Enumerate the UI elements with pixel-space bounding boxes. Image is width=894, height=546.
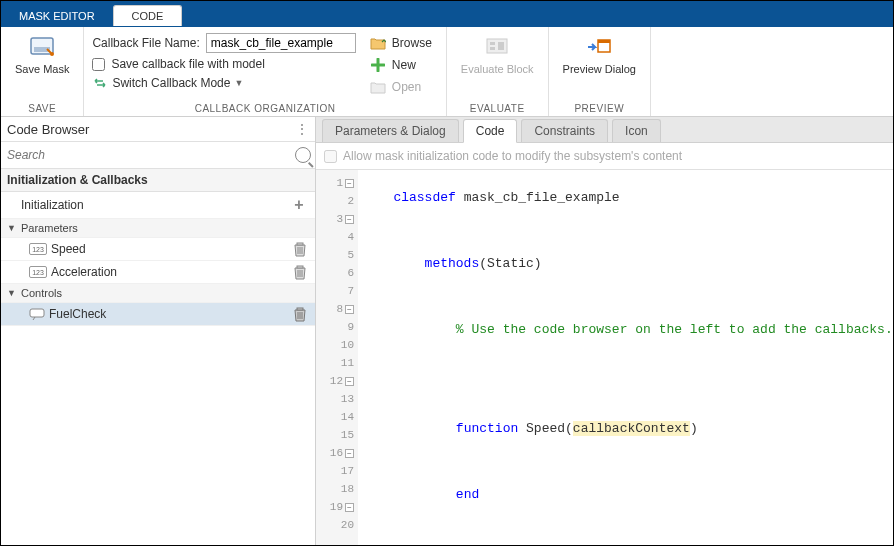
save-mask-button[interactable]: Save Mask	[9, 31, 75, 78]
main-area: Code Browser ⋮ Initialization & Callback…	[1, 117, 893, 546]
ribbon-group-callback: Callback File Name: Save callback file w…	[84, 27, 446, 116]
search-row	[1, 142, 315, 169]
open-label: Open	[392, 80, 421, 94]
save-group-label: SAVE	[9, 103, 75, 114]
speed-row[interactable]: 123Speed	[1, 238, 315, 261]
evaluate-block-button: Evaluate Block	[455, 31, 540, 78]
code-browser-panel: Code Browser ⋮ Initialization & Callback…	[1, 117, 316, 546]
variable-icon: 123	[29, 243, 47, 255]
ribbon-group-preview: Preview Dialog PREVIEW	[549, 27, 651, 116]
code-browser-title-row: Code Browser ⋮	[1, 117, 315, 142]
svg-rect-11	[30, 309, 44, 317]
init-callbacks-header: Initialization & Callbacks	[1, 169, 315, 192]
tab-code-editor[interactable]: Code	[463, 119, 518, 143]
evaluate-group-label: EVALUATE	[455, 103, 540, 114]
allow-modify-label: Allow mask initialization code to modify…	[343, 149, 682, 163]
speed-label: Speed	[51, 242, 86, 256]
code-editor[interactable]: 1− 2 3− 4 5 6 7 8− 9 10 11 12− 13 14 15 …	[316, 170, 893, 546]
callback-group-label: CALLBACK ORGANIZATION	[92, 103, 437, 114]
save-with-model-checkbox[interactable]	[92, 58, 105, 71]
code-browser-title: Code Browser	[7, 122, 89, 137]
new-plus-icon	[370, 57, 386, 73]
svg-rect-12	[297, 308, 303, 310]
fuelcheck-row[interactable]: FuelCheck	[1, 303, 315, 326]
new-button[interactable]: New	[364, 55, 438, 75]
preview-group-label: PREVIEW	[557, 103, 642, 114]
more-options-icon[interactable]: ⋮	[295, 121, 309, 137]
chevron-down-icon: ▼	[234, 78, 243, 88]
save-with-model-row[interactable]: Save callback file with model	[92, 57, 355, 71]
evaluate-block-label: Evaluate Block	[461, 63, 534, 76]
initialization-row[interactable]: Initialization +	[1, 192, 315, 219]
browse-button[interactable]: Browse	[364, 33, 438, 53]
tab-constraints[interactable]: Constraints	[521, 119, 608, 142]
sub-tab-bar: Parameters & Dialog Code Constraints Ico…	[316, 117, 893, 143]
svg-rect-4	[490, 42, 495, 45]
callback-filename-input[interactable]	[206, 33, 356, 53]
tab-parameters-dialog[interactable]: Parameters & Dialog	[322, 119, 459, 142]
switch-mode-label: Switch Callback Mode	[112, 76, 230, 90]
controls-label: Controls	[21, 287, 62, 299]
svg-rect-10	[297, 266, 303, 268]
svg-rect-5	[490, 47, 495, 50]
browse-icon	[370, 35, 386, 51]
controls-row[interactable]: ▼Controls	[1, 284, 315, 303]
preview-dialog-icon	[585, 33, 613, 61]
open-button: Open	[364, 77, 438, 97]
ribbon-group-evaluate: Evaluate Block EVALUATE	[447, 27, 549, 116]
chevron-down-icon[interactable]: ▼	[7, 223, 17, 233]
preview-dialog-label: Preview Dialog	[563, 63, 636, 76]
parameters-row[interactable]: ▼Parameters	[1, 219, 315, 238]
allow-modify-checkbox	[324, 150, 337, 163]
search-icon[interactable]	[295, 147, 311, 163]
line-gutter: 1− 2 3− 4 5 6 7 8− 9 10 11 12− 13 14 15 …	[316, 170, 358, 546]
add-initialization-icon[interactable]: +	[289, 195, 309, 215]
fuelcheck-label: FuelCheck	[49, 307, 106, 321]
variable-icon: 123	[29, 266, 47, 278]
ribbon-toolbar: Save Mask SAVE Callback File Name: Save …	[1, 27, 893, 117]
switch-mode-icon	[92, 75, 108, 91]
svg-point-2	[50, 52, 54, 56]
callback-filename-label: Callback File Name:	[92, 36, 199, 50]
allow-modify-row: Allow mask initialization code to modify…	[316, 143, 893, 170]
title-tab-bar: MASK EDITOR CODE	[1, 1, 893, 27]
chevron-down-icon[interactable]: ▼	[7, 288, 17, 298]
svg-rect-8	[598, 40, 610, 43]
initialization-label: Initialization	[21, 198, 84, 212]
preview-dialog-button[interactable]: Preview Dialog	[557, 31, 642, 78]
acceleration-label: Acceleration	[51, 265, 117, 279]
tab-icon[interactable]: Icon	[612, 119, 661, 142]
browse-label: Browse	[392, 36, 432, 50]
save-mask-label: Save Mask	[15, 63, 69, 76]
evaluate-block-icon	[483, 33, 511, 61]
search-input[interactable]	[5, 144, 295, 166]
delete-icon[interactable]	[293, 306, 309, 322]
button-control-icon	[29, 306, 45, 322]
tab-code[interactable]: CODE	[113, 5, 183, 26]
right-panel: Parameters & Dialog Code Constraints Ico…	[316, 117, 893, 546]
parameters-label: Parameters	[21, 222, 78, 234]
ribbon-group-save: Save Mask SAVE	[1, 27, 84, 116]
save-with-model-label: Save callback file with model	[111, 57, 264, 71]
new-label: New	[392, 58, 416, 72]
switch-callback-mode-button[interactable]: Switch Callback Mode ▼	[92, 75, 355, 91]
delete-icon[interactable]	[293, 264, 309, 280]
svg-rect-9	[297, 243, 303, 245]
delete-icon[interactable]	[293, 241, 309, 257]
acceleration-row[interactable]: 123Acceleration	[1, 261, 315, 284]
svg-rect-6	[498, 42, 504, 50]
tab-mask-editor[interactable]: MASK EDITOR	[1, 6, 113, 26]
save-mask-icon	[28, 33, 56, 61]
open-folder-icon	[370, 79, 386, 95]
code-text-area[interactable]: classdef mask_cb_file_example methods(St…	[358, 170, 893, 546]
callback-filename-row: Callback File Name:	[92, 33, 355, 53]
